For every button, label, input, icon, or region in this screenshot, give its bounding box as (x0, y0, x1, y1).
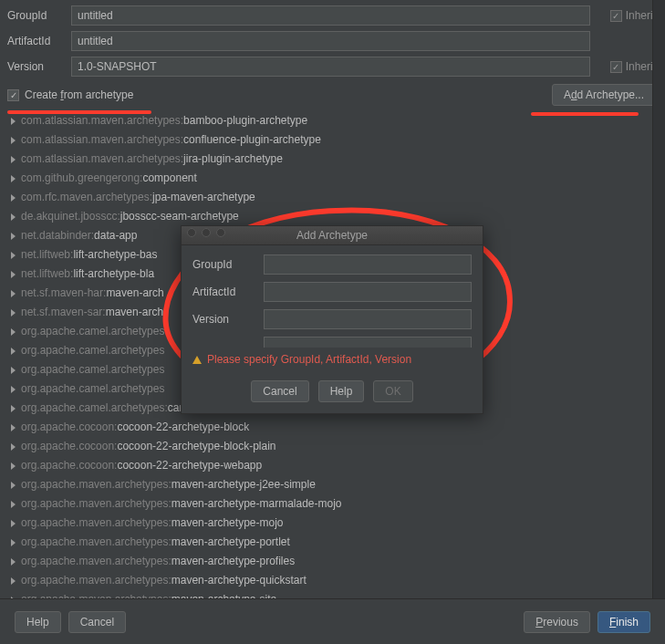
expand-arrow-icon[interactable] (11, 328, 16, 336)
expand-arrow-icon[interactable] (11, 462, 16, 470)
dialog-ok-button[interactable]: OK (373, 380, 412, 402)
expand-arrow-icon[interactable] (11, 194, 16, 202)
tree-row[interactable]: org.apache.maven.archetypes:maven-archet… (11, 533, 656, 552)
dialog-button-bar: Cancel Help OK (182, 380, 483, 413)
expand-arrow-icon[interactable] (11, 443, 16, 451)
input-groupid[interactable] (71, 5, 590, 26)
tree-row[interactable]: org.apache.maven.archetypes:maven-archet… (11, 514, 656, 533)
checkbox-checked-icon: ✓ (7, 89, 19, 101)
expand-arrow-icon[interactable] (11, 137, 16, 144)
row-groupid: GroupId ✓ Inherit (7, 5, 656, 26)
tree-item-label: org.apache.maven.archetypes:maven-archet… (21, 572, 307, 589)
annotation-underline (531, 112, 639, 116)
input-version[interactable] (71, 57, 590, 77)
expand-arrow-icon[interactable] (11, 213, 16, 221)
expand-arrow-icon[interactable] (11, 348, 16, 355)
tree-item-label: net.liftweb:lift-archetype-bla (21, 265, 154, 283)
tree-row[interactable]: com.rfc.maven.archetypes:jpa-maven-arche… (11, 188, 656, 207)
dlg-label-groupid: GroupId (192, 258, 264, 271)
dlg-label-version: Version (192, 313, 264, 326)
maximize-icon[interactable] (216, 228, 225, 237)
expand-arrow-icon[interactable] (11, 367, 16, 374)
tree-row[interactable]: com.github.greengerong:component (11, 169, 656, 188)
tree-item-label: org.apache.maven.archetypes:maven-archet… (21, 514, 283, 532)
help-button[interactable]: Help (15, 611, 61, 633)
tree-row[interactable]: org.apache.maven.archetypes:maven-archet… (11, 552, 656, 571)
window-controls[interactable] (187, 228, 225, 237)
inherit-label: Inherit (626, 9, 656, 22)
inherit-version[interactable]: ✓ Inherit (597, 60, 656, 73)
expand-arrow-icon[interactable] (11, 252, 16, 259)
expand-arrow-icon[interactable] (11, 271, 16, 278)
expand-arrow-icon[interactable] (11, 386, 16, 393)
dlg-input-groupid[interactable] (264, 254, 472, 275)
finish-button[interactable]: Finish (597, 611, 650, 633)
dialog-titlebar[interactable]: Add Archetype (182, 226, 483, 245)
expand-arrow-icon[interactable] (11, 156, 16, 163)
expand-arrow-icon[interactable] (11, 405, 16, 412)
tree-row[interactable]: com.atlassian.maven.archetypes:jira-plug… (11, 150, 656, 169)
tree-item-label: org.apache.cocoon:cocoon-22-archetype-bl… (21, 438, 276, 455)
dlg-input-repo[interactable] (264, 337, 472, 348)
cancel-button[interactable]: Cancel (68, 611, 126, 633)
row-version: Version ✓ Inherit (7, 57, 656, 77)
tree-item-label: org.apache.camel.archetypes (21, 323, 164, 340)
tree-item-label: org.apache.maven.archetypes:maven-archet… (21, 534, 290, 551)
tree-row[interactable]: org.apache.cocoon:cocoon-22-archetype-bl… (11, 418, 656, 437)
create-from-archetype-checkbox[interactable]: ✓ Create from archetype (7, 88, 133, 101)
tree-item-label: net.sf.maven-sar:maven-arch (21, 304, 163, 321)
tree-item-label: com.rfc.maven.archetypes:jpa-maven-arche… (21, 189, 255, 206)
dialog-cancel-button[interactable]: Cancel (251, 380, 308, 402)
inherit-groupid[interactable]: ✓ Inherit (597, 9, 656, 22)
tree-item-label: net.sf.maven-har:maven-arch (21, 285, 164, 302)
create-from-archetype-label: Create from archetype (25, 88, 133, 101)
tree-item-label: org.apache.maven.archetypes:maven-archet… (21, 476, 316, 493)
tree-item-label: org.apache.maven.archetypes:maven-archet… (21, 553, 295, 570)
expand-arrow-icon[interactable] (11, 501, 16, 508)
add-archetype-dialog: Add Archetype GroupId ArtifactId Version… (181, 225, 483, 414)
close-icon[interactable] (187, 228, 196, 237)
tree-item-label: com.atlassian.maven.archetypes:jira-plug… (21, 151, 283, 168)
tree-row[interactable]: org.apache.cocoon:cocoon-22-archetype-we… (11, 456, 656, 475)
expand-arrow-icon[interactable] (11, 558, 16, 566)
dlg-input-artifactid[interactable] (264, 282, 472, 302)
label-groupid: GroupId (7, 9, 64, 22)
minimize-icon[interactable] (202, 228, 211, 237)
previous-button[interactable]: Previous (524, 611, 590, 633)
tree-row[interactable]: de.akquinet.jbosscc:jbosscc-seam-archety… (11, 207, 656, 226)
expand-arrow-icon[interactable] (11, 482, 16, 489)
expand-arrow-icon[interactable] (11, 539, 16, 546)
expand-arrow-icon[interactable] (11, 290, 16, 297)
tree-row[interactable]: org.apache.maven.archetypes:maven-archet… (11, 494, 656, 514)
archetype-row: ✓ Create from archetype Add Archetype... (7, 84, 656, 106)
warning-icon (192, 356, 202, 364)
expand-arrow-icon[interactable] (11, 175, 16, 182)
expand-arrow-icon[interactable] (11, 577, 16, 585)
tree-row[interactable]: org.apache.cocoon:cocoon-22-archetype-bl… (11, 437, 656, 456)
tree-item-label: org.apache.camel.archetypes (21, 380, 164, 398)
checkbox-checked-icon: ✓ (610, 10, 622, 22)
tree-row[interactable]: org.apache.maven.archetypes:maven-archet… (11, 571, 656, 590)
add-archetype-button[interactable]: Add Archetype... (552, 84, 656, 106)
dlg-input-version[interactable] (264, 309, 472, 329)
dialog-help-button[interactable]: Help (318, 380, 365, 402)
expand-arrow-icon[interactable] (11, 309, 16, 317)
dialog-title-text: Add Archetype (296, 229, 368, 242)
dialog-validation-message: Please specify GroupId, ArtifactId, Vers… (192, 349, 472, 375)
tree-item-label: org.apache.cocoon:cocoon-22-archetype-we… (21, 457, 262, 474)
annotation-underline (7, 110, 151, 114)
tree-item-label: com.atlassian.maven.archetypes:confluenc… (21, 131, 321, 149)
label-version: Version (7, 60, 64, 73)
expand-arrow-icon[interactable] (11, 118, 16, 125)
tree-row[interactable]: com.atlassian.maven.archetypes:confluenc… (11, 130, 656, 150)
expand-arrow-icon[interactable] (11, 424, 16, 431)
expand-arrow-icon[interactable] (11, 520, 16, 527)
tree-row[interactable]: org.apache.maven.archetypes:maven-archet… (11, 475, 656, 494)
tree-item-label: org.apache.camel.archetypes (21, 361, 164, 379)
tree-item-label: de.akquinet.jbosscc:jbosscc-seam-archety… (21, 208, 239, 225)
tree-item-label: org.apache.maven.archetypes:maven-archet… (21, 495, 342, 513)
input-artifactid[interactable] (71, 31, 590, 51)
tree-item-label: net.liftweb:lift-archetype-bas (21, 246, 157, 264)
tree-item-label: net.databinder:data-app (21, 227, 137, 244)
expand-arrow-icon[interactable] (11, 233, 16, 240)
